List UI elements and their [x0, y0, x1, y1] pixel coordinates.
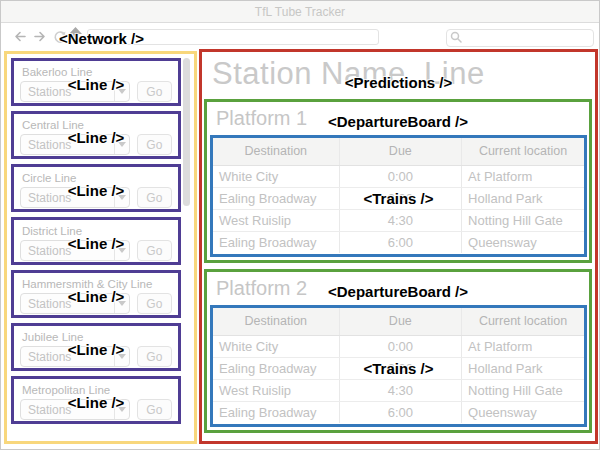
- window-title: TfL Tube Tracker: [255, 5, 345, 19]
- train-destination: Ealing Broadway: [213, 401, 339, 423]
- departure-board-annotation: <DepartureBoard />: [328, 283, 468, 300]
- departure-board-platform-2: Platform 2 <DepartureBoard /> Destinatio…: [204, 269, 592, 433]
- train-destination: White City: [213, 165, 339, 187]
- line-card-jubilee: Jubilee Line Stations Go <Line />: [11, 323, 181, 371]
- refresh-icon[interactable]: [53, 30, 67, 47]
- line-name: Hammersmith & City Line: [22, 278, 178, 290]
- train-destination: Ealing Broadway: [213, 357, 339, 379]
- line-card-district: District Line Stations Go <Line />: [11, 217, 181, 265]
- column-header-current-location: Current location: [462, 138, 584, 165]
- app-window: TfL Tube Tracker <Network /> Bakerloo Li: [0, 0, 600, 450]
- search-icon: [450, 31, 462, 43]
- train-location: At Platform: [462, 165, 584, 187]
- chevron-down-icon: [114, 135, 129, 154]
- train-row: Ealing Broadway 6:00 Queensway: [213, 401, 584, 423]
- back-icon[interactable]: [13, 30, 27, 46]
- train-row: West Ruislip 4:30 Notting Hill Gate: [213, 379, 584, 401]
- departure-board-platform-1: Platform 1 <DepartureBoard /> Destinatio…: [204, 99, 592, 263]
- train-location: Holland Park: [462, 357, 584, 379]
- chevron-down-icon: [114, 82, 129, 101]
- stations-select-value: Stations: [21, 138, 71, 152]
- stations-select[interactable]: Stations: [20, 134, 130, 155]
- departure-board-annotation: <DepartureBoard />: [328, 113, 468, 130]
- line-name: Metropolitan Line: [22, 384, 178, 396]
- train-destination: West Ruislip: [213, 379, 339, 401]
- train-due: 4:30: [339, 379, 461, 401]
- search-field: [446, 28, 594, 46]
- line-card-circle: Circle Line Stations Go <Line />: [11, 164, 181, 212]
- train-location: Notting Hill Gate: [462, 209, 584, 231]
- chevron-down-icon: [114, 188, 129, 207]
- forward-icon[interactable]: [33, 30, 47, 46]
- chevron-down-icon: [114, 294, 129, 313]
- stations-select[interactable]: Stations: [20, 81, 130, 102]
- stations-select-value: Stations: [21, 85, 71, 99]
- train-row: Ealing Broadway 2:00 Holland Park: [213, 357, 584, 379]
- chevron-down-icon: [114, 400, 129, 419]
- line-card-metropolitan: Metropolitan Line Stations Go <Line />: [11, 376, 181, 424]
- train-due: 6:00: [339, 401, 461, 423]
- stations-select[interactable]: Stations: [20, 399, 130, 420]
- train-row: Ealing Broadway 2:00 Holland Park: [213, 187, 584, 209]
- column-header-due: Due: [339, 308, 461, 335]
- train-location: Queensway: [462, 231, 584, 253]
- train-location: Notting Hill Gate: [462, 379, 584, 401]
- go-button[interactable]: Go: [137, 240, 172, 261]
- column-header-current-location: Current location: [462, 308, 584, 335]
- search-input[interactable]: [446, 29, 594, 47]
- stations-select-value: Stations: [21, 244, 71, 258]
- train-due: 2:00: [339, 357, 461, 379]
- column-header-destination: Destination: [213, 138, 339, 165]
- go-button[interactable]: Go: [137, 187, 172, 208]
- sidebar-scrollbar[interactable]: [183, 58, 190, 206]
- stations-select-value: Stations: [21, 297, 71, 311]
- trains-table-container: Destination Due Current location White C…: [210, 135, 587, 257]
- stations-select[interactable]: Stations: [20, 293, 130, 314]
- trains-table: Destination Due Current location White C…: [213, 308, 584, 423]
- train-location: Queensway: [462, 401, 584, 423]
- go-button[interactable]: Go: [137, 399, 172, 420]
- train-destination: Ealing Broadway: [213, 231, 339, 253]
- table-header-row: Destination Due Current location: [213, 138, 584, 165]
- train-row: Ealing Broadway 6:00 Queensway: [213, 231, 584, 253]
- train-due: 0:00: [339, 335, 461, 357]
- stations-select[interactable]: Stations: [20, 240, 130, 261]
- train-location: Holland Park: [462, 187, 584, 209]
- network-panel: Bakerloo Line Stations Go <Line /> Centr…: [4, 51, 197, 444]
- stations-select[interactable]: Stations: [20, 346, 130, 367]
- train-destination: West Ruislip: [213, 209, 339, 231]
- station-heading: Station Name, Line: [212, 56, 485, 92]
- line-name: District Line: [22, 225, 178, 237]
- go-button[interactable]: Go: [137, 293, 172, 314]
- train-due: 4:30: [339, 209, 461, 231]
- line-card-central: Central Line Stations Go <Line />: [11, 111, 181, 159]
- stations-select-value: Stations: [21, 350, 71, 364]
- upload-arrow-icon[interactable]: [68, 27, 83, 43]
- chevron-down-icon: [114, 347, 129, 366]
- stations-select[interactable]: Stations: [20, 187, 130, 208]
- table-header-row: Destination Due Current location: [213, 308, 584, 335]
- address-bar-input[interactable]: [87, 29, 379, 45]
- platform-title: Platform 1: [216, 107, 307, 130]
- train-row: West Ruislip 4:30 Notting Hill Gate: [213, 209, 584, 231]
- line-card-bakerloo: Bakerloo Line Stations Go <Line />: [11, 58, 181, 106]
- browser-toolbar: [1, 23, 599, 51]
- trains-table-container: Destination Due Current location White C…: [210, 305, 587, 427]
- trains-table: Destination Due Current location White C…: [213, 138, 584, 253]
- column-header-destination: Destination: [213, 308, 339, 335]
- train-due: 6:00: [339, 231, 461, 253]
- stations-select-value: Stations: [21, 403, 71, 417]
- train-destination: White City: [213, 335, 339, 357]
- line-name: Central Line: [22, 119, 178, 131]
- platform-title: Platform 2: [216, 277, 307, 300]
- line-card-hammersmith-city: Hammersmith & City Line Stations Go <Lin…: [11, 270, 181, 318]
- go-button[interactable]: Go: [137, 346, 172, 367]
- train-location: At Platform: [462, 335, 584, 357]
- title-bar: TfL Tube Tracker: [1, 1, 599, 23]
- go-button[interactable]: Go: [137, 81, 172, 102]
- chevron-down-icon: [114, 241, 129, 260]
- go-button[interactable]: Go: [137, 134, 172, 155]
- train-row: White City 0:00 At Platform: [213, 335, 584, 357]
- train-due: 2:00: [339, 187, 461, 209]
- train-destination: Ealing Broadway: [213, 187, 339, 209]
